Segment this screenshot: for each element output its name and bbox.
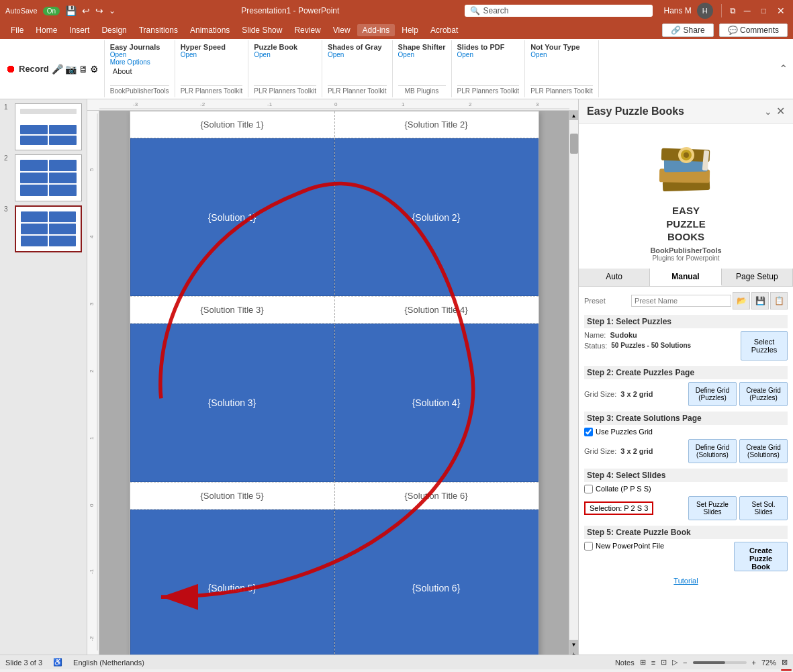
menu-insert[interactable]: Insert <box>64 24 95 36</box>
customize-icon[interactable]: ⌄ <box>109 6 115 15</box>
logo-sub-line2: Plugins for Powerpoint <box>652 254 719 262</box>
shape-shifter-label: MB Plugins <box>398 85 446 95</box>
mic-icon[interactable]: 🎤 <box>52 64 63 75</box>
easy-journals-btn[interactable]: Easy Journals <box>110 43 169 51</box>
svg-text:0: 0 <box>89 503 95 507</box>
not-your-type-open[interactable]: Open <box>530 51 593 58</box>
scroll-thumb[interactable] <box>570 134 578 154</box>
preset-saveas-btn[interactable]: 📋 <box>770 292 788 309</box>
set-sol-slides-btn[interactable]: Set Sol.Slides <box>739 496 788 520</box>
use-puzzles-grid-checkbox[interactable] <box>584 428 593 436</box>
preset-input[interactable] <box>631 295 731 307</box>
slide-thumb-3[interactable]: 3 <box>4 205 83 252</box>
menu-review[interactable]: Review <box>289 24 326 36</box>
select-puzzles-btn[interactable]: Select Puzzles <box>741 331 788 361</box>
save-icon[interactable]: 💾 <box>65 5 77 16</box>
panel-close-icon[interactable]: ✕ <box>776 105 785 117</box>
define-grid-puzzles-btn[interactable]: Define Grid(Puzzles) <box>688 382 737 406</box>
menu-transitions[interactable]: Transitions <box>134 24 183 36</box>
svg-text:2: 2 <box>89 369 95 373</box>
redo-icon[interactable]: ↪ <box>95 5 103 16</box>
tutorial-link[interactable]: Tutorial <box>584 577 788 585</box>
menu-file[interactable]: File <box>5 24 29 36</box>
autosave-toggle[interactable]: On <box>43 7 60 15</box>
accessibility-icon[interactable]: ♿ <box>53 658 62 667</box>
menu-slideshow[interactable]: Slide Show <box>236 24 287 36</box>
create-grid-puzzles-btn[interactable]: Create Grid(Puzzles) <box>739 382 788 406</box>
menu-view[interactable]: View <box>328 24 356 36</box>
shades-gray-open[interactable]: Open <box>328 51 387 58</box>
solution-title-6: {Solution Title 6} <box>334 482 539 510</box>
cam-icon[interactable]: 📷 <box>65 64 77 75</box>
create-grid-solutions-btn[interactable]: Create Grid(Solutions) <box>739 439 788 463</box>
fit-slide-btn[interactable]: ⊠ <box>782 658 788 667</box>
step3-checkbox-row: Use Puzzles Grid <box>584 428 788 436</box>
scroll-extra-btn[interactable]: + <box>569 649 579 655</box>
preset-save-btn[interactable]: 💾 <box>751 292 769 309</box>
view-slideshow-btn[interactable]: ▷ <box>672 658 678 667</box>
tab-auto[interactable]: Auto <box>579 269 650 286</box>
restore-btn[interactable]: ⧉ <box>730 6 736 15</box>
panel-tabs: Auto Manual Page Setup <box>579 269 793 287</box>
easy-journals-open[interactable]: Open <box>110 51 169 58</box>
hyper-speed-btn[interactable]: Hyper Speed <box>181 43 243 51</box>
create-puzzle-book-btn[interactable]: CreatePuzzle Book <box>734 542 788 571</box>
menu-home[interactable]: Home <box>30 24 62 36</box>
share-button[interactable]: 🔗 Share <box>662 23 713 37</box>
more-options-btn[interactable]: More Options <box>110 58 169 66</box>
slides-pdf-btn[interactable]: Slides to PDF <box>457 43 520 51</box>
not-your-type-btn[interactable]: Not Your Type <box>530 43 593 51</box>
collate-checkbox[interactable] <box>584 485 593 493</box>
menu-help[interactable]: Help <box>396 24 424 36</box>
tab-page-setup[interactable]: Page Setup <box>722 269 793 286</box>
slide-thumb-2[interactable]: 2 <box>4 154 83 201</box>
settings-icon[interactable]: ⚙ <box>90 64 99 75</box>
about-btn[interactable]: About <box>110 66 169 77</box>
puzzle-book-open[interactable]: Open <box>254 51 316 58</box>
zoom-out-btn[interactable]: − <box>683 659 687 667</box>
step2-grid-label: Grid Size: <box>584 390 616 398</box>
view-reading-btn[interactable]: ⊡ <box>661 658 667 667</box>
notes-btn[interactable]: Notes <box>615 659 635 667</box>
search-box[interactable]: 🔍 Search <box>465 5 653 17</box>
svg-text:0: 0 <box>334 101 338 107</box>
hyper-speed-open[interactable]: Open <box>181 51 243 58</box>
view-normal-btn[interactable]: ⊞ <box>640 658 646 667</box>
menu-acrobat[interactable]: Acrobat <box>425 24 463 36</box>
screen-icon[interactable]: 🖥 <box>79 64 88 75</box>
record-label[interactable]: Record <box>19 64 49 74</box>
menu-addins[interactable]: Add-ins <box>357 24 395 36</box>
preset-open-btn[interactable]: 📂 <box>733 292 750 309</box>
minimize-btn[interactable]: ─ <box>741 5 753 16</box>
shape-shifter-btn[interactable]: Shape Shifter <box>398 43 446 51</box>
define-grid-solutions-btn[interactable]: Define Grid(Solutions) <box>688 439 737 463</box>
maximize-btn[interactable]: □ <box>759 6 769 15</box>
ribbon-slides-to-pdf: Slides to PDF Open PLR Planners Toolkit <box>452 40 526 97</box>
close-btn[interactable]: ✕ <box>774 5 788 16</box>
zoom-in-btn[interactable]: + <box>752 659 756 667</box>
slides-pdf-open[interactable]: Open <box>457 51 520 58</box>
panel-expand-icon[interactable]: ⌄ <box>764 106 772 117</box>
shape-shifter-open[interactable]: Open <box>398 51 446 58</box>
new-ppt-file-checkbox[interactable] <box>584 542 593 550</box>
puzzle-book-btn[interactable]: Puzzle Book <box>254 43 316 51</box>
collapse-ribbon-btn[interactable]: ⌃ <box>779 62 788 75</box>
undo-icon[interactable]: ↩ <box>82 5 90 16</box>
tab-manual[interactable]: Manual <box>650 269 721 286</box>
comments-button[interactable]: 💬 Comments <box>719 23 788 37</box>
slides-pdf-label: PLR Planners Toolkit <box>457 85 520 95</box>
set-puzzle-slides-btn[interactable]: Set PuzzleSlides <box>688 496 737 520</box>
slide-thumb-1[interactable]: 1 <box>4 103 83 150</box>
scroll-down-btn[interactable]: ▼ <box>569 640 579 649</box>
user-avatar[interactable]: H <box>697 3 713 19</box>
menu-animations[interactable]: Animations <box>185 24 235 36</box>
menu-design[interactable]: Design <box>96 24 132 36</box>
shades-gray-btn[interactable]: Shades of Gray <box>328 43 387 51</box>
vertical-scrollbar[interactable]: ▲ ▼ + - <box>569 111 578 655</box>
zoom-slider[interactable] <box>693 661 747 664</box>
scroll-up-btn[interactable]: ▲ <box>569 111 579 120</box>
slide-canvas-area[interactable]: {Solution Title 1} {Solution Title 2} {S… <box>99 111 569 655</box>
step1-header: Step 1: Select Puzzles <box>584 315 788 328</box>
view-outline-btn[interactable]: ≡ <box>651 659 655 667</box>
step1-name-row: Name: Sudoku <box>584 331 741 339</box>
